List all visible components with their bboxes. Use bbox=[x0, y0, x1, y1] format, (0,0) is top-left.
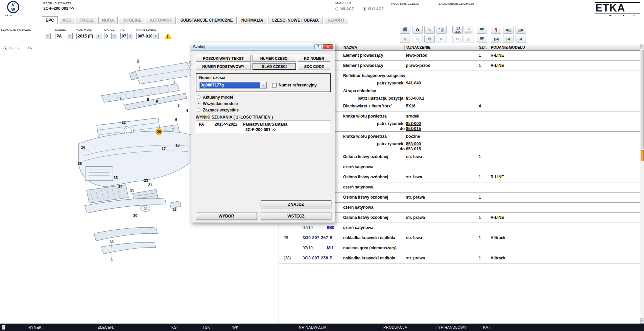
col-header-oznaczenie[interactable]: OZNACZENIE bbox=[406, 45, 431, 49]
callout-4[interactable]: 4 bbox=[186, 108, 188, 112]
status-item-tsk[interactable]: TSK bbox=[202, 325, 210, 329]
scroll-up-button[interactable]: ▲ bbox=[640, 44, 644, 49]
zamowienie-zbiorcze-link[interactable]: ZAMÓWIENIE ZBIORCZE bbox=[438, 2, 474, 5]
reference-link[interactable]: 853-015 bbox=[406, 126, 421, 131]
table-row[interactable]: 07/19MI1nucleus grey (ciemnoszary) bbox=[279, 263, 640, 266]
callout-24[interactable]: 24 bbox=[118, 184, 122, 188]
nav-prev-group-icon[interactable]: |◀ bbox=[503, 35, 514, 43]
part-number-input[interactable]: 3g0807177g ▼ bbox=[199, 82, 267, 88]
help-contact-icon[interactable]: ?@ bbox=[436, 26, 447, 34]
callout-17[interactable]: 17 bbox=[162, 147, 166, 151]
magazyn-option-1[interactable]: WLACZ bbox=[335, 7, 354, 11]
model-select[interactable]: PA▼ bbox=[55, 33, 73, 39]
part-number[interactable]: 3G0 807 257 B bbox=[303, 235, 333, 240]
status-item-kat[interactable]: KAT bbox=[483, 325, 490, 329]
scope-option-1[interactable]: Aktualny model bbox=[197, 94, 239, 100]
tab-infoline[interactable]: INFOLINE bbox=[119, 17, 145, 24]
tab-autopart[interactable]: AUTOPART bbox=[146, 17, 176, 24]
callout-23[interactable]: 23 bbox=[144, 178, 148, 182]
search-type-slad-czesci[interactable]: SLAD CZESCI bbox=[253, 63, 296, 70]
page-back-icon[interactable]: ◀▤ bbox=[503, 26, 514, 34]
callout-6[interactable]: 6 bbox=[175, 118, 177, 122]
callout-33[interactable]: 33 bbox=[110, 240, 114, 244]
tab-czesci-nowe-i-odpad[interactable]: CZESCI NOWE I ODPAD. bbox=[268, 17, 323, 24]
callout-35[interactable]: 35 bbox=[114, 176, 118, 180]
scrollbar-thumb[interactable] bbox=[641, 50, 644, 149]
cart-edit-icon[interactable] bbox=[477, 35, 487, 43]
callout-7[interactable]: 7 bbox=[119, 96, 121, 100]
reference-link[interactable]: 853-015 bbox=[406, 147, 421, 151]
tab-report[interactable]: REPORT bbox=[324, 17, 348, 24]
callout-2[interactable]: 2 bbox=[137, 58, 139, 62]
status-item-produkcja[interactable]: PRODUKCJA bbox=[383, 325, 407, 329]
callout-1[interactable]: 1 bbox=[174, 81, 176, 85]
pin-icon[interactable] bbox=[491, 26, 501, 34]
chevron-down-icon[interactable]: ▼ bbox=[111, 33, 117, 39]
search-type-sdc-code[interactable]: SDC-CODE bbox=[298, 63, 330, 70]
status-item-rynek[interactable]: RYNEK bbox=[28, 325, 42, 329]
spis-czesci-link[interactable]: TWÓJ SPIS CZESCI bbox=[390, 2, 419, 5]
chevron-down-icon[interactable]: ▼ bbox=[153, 33, 158, 39]
magazyn-option-2[interactable]: WYLACZ bbox=[363, 7, 384, 11]
table-row[interactable]: (28)3G0 807 258 Bnakladka krawedzi nadko… bbox=[279, 253, 640, 263]
prop-id-value[interactable]: 3C-F-200 001 >> bbox=[43, 6, 74, 11]
chevron-down-icon[interactable]: ▼ bbox=[261, 82, 266, 88]
part-number[interactable]: 3G0 807 258 B bbox=[303, 256, 333, 260]
callout-20[interactable]: 20 bbox=[156, 128, 162, 135]
elsa-icon[interactable]: ELSA bbox=[452, 26, 463, 34]
reference-link[interactable]: 853-000,1 bbox=[406, 96, 424, 101]
structure-icon[interactable]: ⚙ bbox=[424, 35, 435, 43]
pg-select[interactable]: 07▼ bbox=[120, 33, 133, 39]
chevron-down-icon[interactable]: ▼ bbox=[127, 33, 133, 39]
callout-18[interactable]: 18 bbox=[175, 143, 180, 147]
rok-mod-select[interactable]: 2015 (F)▼ bbox=[76, 33, 101, 39]
callout-25[interactable]: 25 bbox=[130, 188, 134, 192]
status-item-wk[interactable]: WK bbox=[232, 325, 238, 329]
edit-pen-icon[interactable]: ✎ bbox=[424, 26, 435, 34]
table-row[interactable]: 07/199B9czerń satynowa bbox=[279, 223, 640, 233]
search-type-numer-czesci[interactable]: NUMER CZESCI bbox=[253, 55, 296, 62]
shopping-cart-icon[interactable] bbox=[477, 26, 487, 34]
tab-normalia[interactable]: NORMALIA bbox=[238, 17, 267, 24]
dialog-close-button[interactable]: × bbox=[323, 44, 333, 49]
callout-32[interactable]: 32 bbox=[172, 207, 176, 211]
chevron-down-icon[interactable]: ▼ bbox=[96, 33, 101, 39]
chevron-down-icon[interactable]: ▼ bbox=[45, 33, 50, 39]
col-header-podanie-modelu[interactable]: PODANIE MODELU bbox=[491, 45, 525, 49]
chevron-down-icon[interactable]: ▼ bbox=[67, 33, 72, 39]
scope-option-2[interactable]: Wszystkie modele bbox=[197, 100, 239, 107]
callout-5[interactable]: 5 bbox=[147, 98, 149, 102]
search-type-poszukiwany-tekst[interactable]: POSZUKIWANY TEKST bbox=[196, 55, 251, 62]
scroll-down-button[interactable]: ▼ bbox=[640, 319, 644, 324]
dialog-titlebar[interactable]: Szukaj ? × bbox=[191, 43, 335, 51]
nr-rysunku-select[interactable]: 807-010▼ bbox=[136, 33, 159, 39]
print-icon[interactable] bbox=[400, 26, 410, 34]
callout-3[interactable]: 3 bbox=[177, 103, 180, 107]
col-header-szt[interactable]: SZT. bbox=[479, 45, 487, 49]
tab-epc[interactable]: EPC bbox=[42, 16, 58, 24]
table-scrollbar[interactable]: ▲ ▼ bbox=[640, 44, 644, 324]
search-type-numer-podstawowy[interactable]: NUMER PODSTAWOWY bbox=[196, 63, 251, 70]
wstecz-button[interactable]: WSTECZ bbox=[261, 212, 331, 220]
callout-9[interactable]: 9 bbox=[156, 99, 158, 103]
callout-22[interactable]: 22 bbox=[122, 120, 126, 124]
status-item-typ-handlowy[interactable]: TYP HANDLOWY bbox=[436, 325, 467, 329]
table-row[interactable]: 283G0 807 257 Bnakladka krawedzi nadkola… bbox=[279, 233, 640, 243]
tab-substancje-chemiczne[interactable]: SUBSTANCJE CHEMICZNE bbox=[177, 17, 237, 24]
callout-30[interactable]: 30 bbox=[133, 213, 137, 218]
callout-21[interactable]: 21 bbox=[148, 183, 152, 187]
zoom-in-icon[interactable]: + bbox=[1, 45, 7, 51]
col-header-nazwa[interactable]: NAZWA bbox=[343, 45, 357, 49]
catalog-list-icon[interactable]: ≡ bbox=[400, 35, 410, 43]
gr-gl-select[interactable]: 8▼ bbox=[104, 33, 117, 39]
callout-36[interactable]: 36 bbox=[78, 161, 82, 166]
tab-tools[interactable]: TOOLS bbox=[76, 17, 97, 24]
status-item-ksi[interactable]: KSI bbox=[171, 325, 178, 329]
reference-link[interactable]: 853-000 bbox=[406, 121, 421, 126]
search-type-kd-numer[interactable]: KD-NUMER bbox=[298, 55, 330, 62]
dialog-help-button[interactable]: ? bbox=[314, 44, 322, 49]
nav-prev-icon[interactable]: ◀ bbox=[516, 35, 526, 43]
zoom-free-icon[interactable] bbox=[26, 45, 33, 51]
callout-16[interactable]: 16 bbox=[81, 145, 85, 149]
tab-acc[interactable]: ACC bbox=[59, 17, 75, 24]
